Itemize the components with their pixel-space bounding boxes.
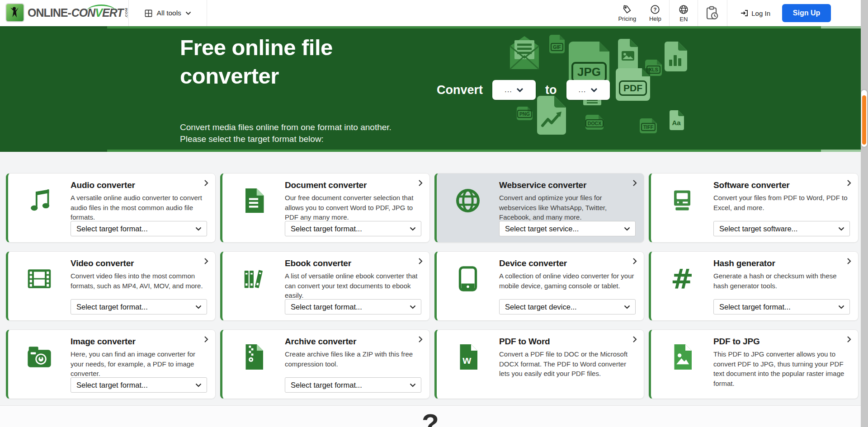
line-chart-file-icon (537, 96, 566, 135)
target-device-select[interactable]: Select target device... (499, 299, 636, 314)
chevron-down-icon (410, 383, 416, 387)
top-navbar: ONLINE-CONVERT .COM All tools Pricing ? … (0, 0, 868, 26)
svg-text:Aa: Aa (672, 119, 681, 127)
source-format-select[interactable]: ... (492, 80, 536, 100)
card-description: Convert your files from PDF to Word, PDF… (713, 193, 850, 212)
card-title[interactable]: Audio converter (71, 180, 207, 190)
hash-icon: # (665, 262, 700, 296)
target-format-select[interactable]: Select target format... (71, 299, 207, 314)
gif-file-icon: GIF (549, 35, 565, 53)
pricing-link[interactable]: Pricing (613, 5, 641, 22)
card-document-converter[interactable]: Document converter Our free document con… (220, 173, 430, 243)
card-video-converter[interactable]: Video converter Convert video files into… (6, 251, 216, 321)
tiff-file-icon: TIFF (640, 118, 657, 133)
all-tools-label: All tools (157, 9, 181, 17)
logo-figure-icon (6, 4, 24, 21)
card-title[interactable]: PDF to Word (499, 337, 636, 347)
card-title[interactable]: Document converter (285, 180, 421, 190)
card-device-converter[interactable]: Device converter A collection of online … (434, 251, 644, 321)
target-format-select[interactable]: Select target format... (285, 299, 421, 314)
card-title[interactable]: Hash generator (713, 258, 850, 268)
chevron-right-icon (418, 179, 423, 187)
chevron-down-icon (590, 88, 598, 92)
chevron-right-icon (632, 336, 637, 343)
card-description: A versatile online audio converter to co… (71, 193, 207, 222)
target-format-select[interactable]: Select target format... (71, 377, 207, 393)
target-format-select[interactable]: Select target format... (285, 377, 421, 393)
card-description: A collection of online video converter f… (499, 271, 636, 291)
logo-swoosh (87, 5, 116, 11)
card-software-converter[interactable]: Software converter Convert your files fr… (649, 173, 859, 243)
help-link[interactable]: ? Help (641, 5, 669, 22)
language-selector[interactable]: EN (670, 4, 698, 23)
login-link[interactable]: Log In (740, 9, 770, 17)
grid-icon (144, 9, 153, 18)
film-icon (22, 262, 57, 296)
card-title[interactable]: Ebook converter (285, 258, 421, 268)
target-format-select[interactable]: Select target format... (285, 221, 421, 236)
card-title[interactable]: Webservice converter (499, 180, 636, 190)
chevron-down-icon (624, 305, 630, 309)
card-description: Generate a hash or checksum with these h… (713, 271, 850, 291)
question-mark-glyph: ? (422, 410, 439, 427)
chevron-right-icon (204, 179, 208, 187)
globe-icon (678, 4, 689, 15)
card-title[interactable]: Software converter (713, 180, 850, 190)
card-archive-converter[interactable]: Archive converter Create archive files l… (220, 329, 430, 399)
card-hash-generator[interactable]: # Hash generator Generate a hash or chec… (649, 251, 859, 321)
page-scrollbar[interactable] (861, 0, 868, 427)
card-title[interactable]: Device converter (499, 258, 636, 268)
conversion-history-button[interactable] (698, 6, 727, 20)
target-format-select[interactable]: Select target format... (71, 221, 207, 236)
target-format-select[interactable]: ... (566, 80, 610, 100)
card-description: A list of versatile online ebook convert… (285, 271, 421, 300)
help-circle-icon: ? (650, 5, 660, 14)
scrollbar-thumb[interactable] (861, 90, 867, 147)
faq-section-teaser: ? (0, 405, 861, 427)
books-icon (236, 262, 271, 296)
computer-icon (665, 183, 700, 218)
quick-convert-widget: Convert ... to ... (437, 80, 610, 100)
chevron-down-icon (195, 227, 202, 231)
target-service-select[interactable]: Select target service... (499, 221, 636, 236)
card-title[interactable]: Archive converter (285, 337, 421, 347)
chevron-down-icon (516, 88, 524, 92)
navbar-separator (207, 0, 207, 26)
chevron-down-icon (410, 227, 416, 231)
card-webservice-converter[interactable]: Webservice converter Convert and optimiz… (434, 173, 644, 243)
card-description: Convert and optimize your files for webs… (499, 193, 636, 222)
target-format-select[interactable]: Select target format... (713, 299, 850, 314)
card-ebook-converter[interactable]: Ebook converter A list of versatile onli… (220, 251, 430, 321)
card-pdf-to-jpg[interactable]: PDF to JPG This PDF to JPG converter all… (649, 329, 859, 399)
chevron-right-icon (204, 258, 208, 265)
converter-card-grid: Audio converter A versatile online audio… (6, 173, 859, 399)
bar-chart-file-icon (665, 42, 687, 71)
card-description: Create archive files like a ZIP with thi… (285, 349, 421, 369)
card-title[interactable]: PDF to JPG (713, 337, 850, 347)
chevron-right-icon (632, 179, 637, 187)
music-note-icon (22, 183, 57, 218)
chevron-right-icon (418, 258, 423, 265)
card-pdf-to-word[interactable]: w PDF to Word Convert a PDF file to DOC … (434, 329, 644, 399)
chevron-down-icon (838, 227, 844, 231)
photo-file-icon (618, 39, 638, 71)
chevron-down-icon (410, 305, 416, 309)
document-icon (236, 183, 271, 218)
card-title[interactable]: Image converter (71, 337, 207, 347)
chevron-down-icon (195, 305, 202, 309)
chevron-down-icon (624, 227, 630, 231)
target-software-select[interactable]: Select target software... (713, 221, 850, 236)
card-image-converter[interactable]: Image converter Here, you can find an im… (6, 329, 216, 399)
card-audio-converter[interactable]: Audio converter A versatile online audio… (6, 173, 216, 243)
all-tools-menu[interactable]: All tools (129, 0, 207, 26)
card-description: This PDF to JPG converter allows you to … (713, 349, 850, 388)
chevron-right-icon (847, 258, 851, 265)
card-title[interactable]: Video converter (71, 258, 207, 268)
card-description: Here, you can find an image converter fo… (71, 349, 207, 379)
card-description: Convert a PDF file to DOC or the Microso… (499, 349, 636, 379)
chevron-right-icon (632, 258, 637, 265)
site-logo[interactable]: ONLINE-CONVERT .COM (6, 4, 128, 22)
navbar-right-group: Pricing ? Help EN Log In Sign Up (613, 0, 868, 26)
signup-button[interactable]: Sign Up (782, 4, 831, 22)
chevron-down-icon (185, 11, 191, 15)
